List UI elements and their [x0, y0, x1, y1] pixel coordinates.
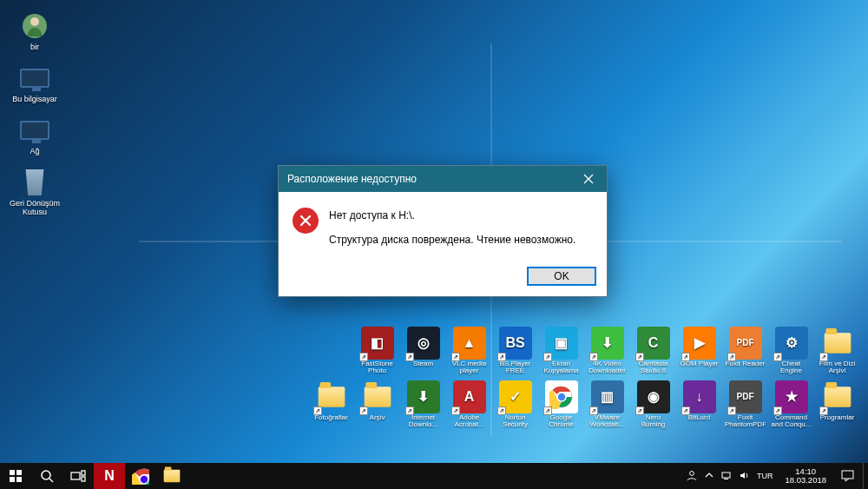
taskbar-chrome-tb-button[interactable]	[125, 463, 156, 489]
desktop-icon-label: Arşiv	[357, 414, 398, 430]
shortcut-arrow-icon: ↗	[359, 406, 368, 415]
desktop-icon-this-pc[interactable]: Bu bilgisayar	[9, 63, 61, 104]
desktop-icon-nero[interactable]: ◉↗Nero Burning ROM 12	[633, 380, 674, 430]
clock-date: 18.03.2018	[785, 476, 826, 485]
desktop-icon-acrobat[interactable]: A↗Adobe Acrobat...	[449, 380, 490, 430]
taskbar-explorer-button[interactable]	[156, 463, 187, 489]
taskbar-clock[interactable]: 14:10 18.03.2018	[779, 467, 832, 486]
bsplayer-icon: BS↗	[499, 327, 532, 360]
desktop-icon-label: Foxit Reader	[725, 360, 766, 376]
nero-icon: ◉↗	[637, 380, 670, 413]
svg-rect-7	[16, 477, 22, 482]
shortcut-arrow-icon: ↗	[773, 353, 782, 361]
desktop-icon-foxitphantom[interactable]: PDF↗Foxit PhantomPDF	[725, 380, 766, 430]
shortcut-arrow-icon: ↗	[451, 406, 460, 415]
foxitreader-icon: PDF↗	[729, 327, 762, 360]
error-dialog: Расположение недоступно Нет доступа к H:…	[278, 165, 608, 297]
desktop-icon-label: BitLord	[679, 414, 720, 430]
desktop-icon-cheatengine[interactable]: ⚙↗Cheat Engine	[771, 327, 812, 376]
taskbar-netflix-button[interactable]: N	[94, 463, 125, 489]
dialog-title-text: Расположение недоступно	[287, 173, 417, 185]
taskbar-search-button[interactable]	[31, 463, 62, 489]
shortcut-arrow-icon: ↗	[681, 406, 690, 415]
desktop-icon-gomplayer[interactable]: ▶↗GOM Player	[679, 327, 720, 376]
desktop-icon-user-folder[interactable]: bir	[9, 10, 61, 52]
dialog-message: Нет доступа к H:\. Структура диска повре…	[329, 208, 575, 248]
desktop-icon-filmdizi[interactable]: ↗Film ve Dizi Arşivi	[817, 327, 858, 376]
desktop-icon-label: 4K Video Downloader	[587, 360, 628, 376]
desktop-icon-vlc[interactable]: ▲↗VLC media player	[449, 327, 490, 376]
desktop-icon-arsiv[interactable]: ↗Arşiv	[357, 380, 398, 430]
desktop-icon-norton[interactable]: ✓↗Norton Security	[495, 380, 536, 430]
tray-chevron-up-icon[interactable]	[705, 471, 713, 481]
desktop-icon-label: Norton Security	[495, 414, 536, 430]
desktop-icon-vmware[interactable]: ▥↗VMware Workstati...	[587, 380, 628, 430]
svg-rect-20	[842, 471, 853, 479]
tray-people-icon[interactable]	[686, 469, 698, 483]
svg-line-9	[49, 479, 53, 482]
shortcut-arrow-icon: ↗	[543, 406, 552, 415]
vmware-icon: ▥↗	[591, 380, 624, 413]
desktop-icon-steam[interactable]: ◎↗Steam	[403, 327, 444, 376]
desktop-icon-idm[interactable]: ⬇↗Internet Downlo...	[403, 380, 444, 430]
shortcut-arrow-icon: ↗	[727, 353, 736, 361]
desktop-icon-programlar[interactable]: ↗Programlar	[817, 380, 858, 430]
desktop-icon-foxitreader[interactable]: PDF↗Foxit Reader	[725, 327, 766, 376]
shortcut-arrow-icon: ↗	[589, 406, 598, 415]
desktop-icon-cmdconq[interactable]: ★↗Command and Conqu...	[771, 380, 812, 430]
taskbar-taskview-button[interactable]	[62, 463, 94, 489]
shortcut-arrow-icon: ↗	[819, 406, 828, 415]
desktop-icon-label: GOM Player	[679, 360, 720, 376]
desktop-icon-chrome[interactable]: ↗Google Chrome	[541, 380, 582, 430]
dialog-close-button[interactable]	[570, 166, 607, 192]
shortcut-arrow-icon: ↗	[773, 406, 782, 415]
gomplayer-icon: ▶↗	[683, 327, 716, 360]
desktop-icon-label: BS.Player FREE	[495, 360, 536, 376]
desktop-icon-bitlord[interactable]: ↓↗BitLord	[679, 380, 720, 430]
taskbar-start-button[interactable]	[0, 463, 31, 489]
4kvideo-icon: ⬇↗	[591, 327, 624, 360]
shortcut-arrow-icon: ↗	[359, 353, 368, 361]
desktop-icon-fotograflar[interactable]: ↗Fotoğraflar	[311, 380, 352, 430]
shortcut-arrow-icon: ↗	[451, 353, 460, 361]
desktop-icon-recycle-bin[interactable]: Geri Dönüşüm Kutusu	[9, 167, 61, 217]
desktop-icon-label: Internet Downlo...	[403, 414, 444, 430]
steam-icon: ◎↗	[407, 327, 440, 360]
tray-network-icon[interactable]	[720, 470, 732, 483]
action-center-button[interactable]	[832, 463, 863, 489]
dialog-ok-button[interactable]: OK	[527, 267, 596, 286]
desktop-icon-4kvideo[interactable]: ⬇↗4K Video Downloader	[587, 327, 628, 376]
camtasia-icon: C↗	[637, 327, 670, 360]
desktop-icon-ekran[interactable]: ▣↗Ekran Kopyalama	[541, 327, 582, 376]
fotograflar-icon: ↗	[315, 380, 348, 413]
shortcut-arrow-icon: ↗	[635, 353, 644, 361]
shortcut-arrow-icon: ↗	[313, 406, 322, 415]
desktop-icon-label: Foxit PhantomPDF	[725, 414, 766, 430]
norton-icon: ✓↗	[499, 380, 532, 413]
desktop-icon-label: Ağ	[9, 148, 61, 156]
desktop-icon-faststone[interactable]: ◧↗FastStone Photo Resizer	[357, 327, 398, 376]
desktop-icon-label: FastStone Photo Resizer	[357, 360, 398, 376]
desktop-icon-network[interactable]: Ağ	[9, 115, 61, 156]
shortcut-arrow-icon: ↗	[405, 353, 414, 361]
bitlord-icon: ↓↗	[683, 380, 716, 413]
shortcut-arrow-icon: ↗	[819, 353, 828, 361]
shortcut-arrow-icon: ↗	[589, 353, 598, 361]
show-desktop-button[interactable]	[863, 463, 868, 489]
acrobat-icon: A↗	[453, 380, 486, 413]
dialog-titlebar[interactable]: Расположение недоступно	[279, 166, 607, 192]
svg-rect-10	[71, 472, 80, 479]
foxitphantom-icon: PDF↗	[729, 380, 762, 413]
tray-language[interactable]: TUR	[757, 472, 773, 480]
chrome-icon: ↗	[545, 380, 578, 413]
desktop-icon-bsplayer[interactable]: BS↗BS.Player FREE	[495, 327, 536, 376]
idm-icon: ⬇↗	[407, 380, 440, 413]
tray-volume-icon[interactable]	[739, 470, 750, 483]
desktop-icon-camtasia[interactable]: C↗Camtasia Studio 8	[633, 327, 674, 376]
arsiv-icon: ↗	[361, 380, 394, 413]
svg-rect-19	[724, 479, 728, 479]
shortcut-arrow-icon: ↗	[681, 353, 690, 361]
system-tray[interactable]: TUR	[679, 469, 780, 483]
programlar-icon: ↗	[821, 380, 854, 413]
desktop-icon-label: Command and Conqu...	[771, 414, 812, 430]
